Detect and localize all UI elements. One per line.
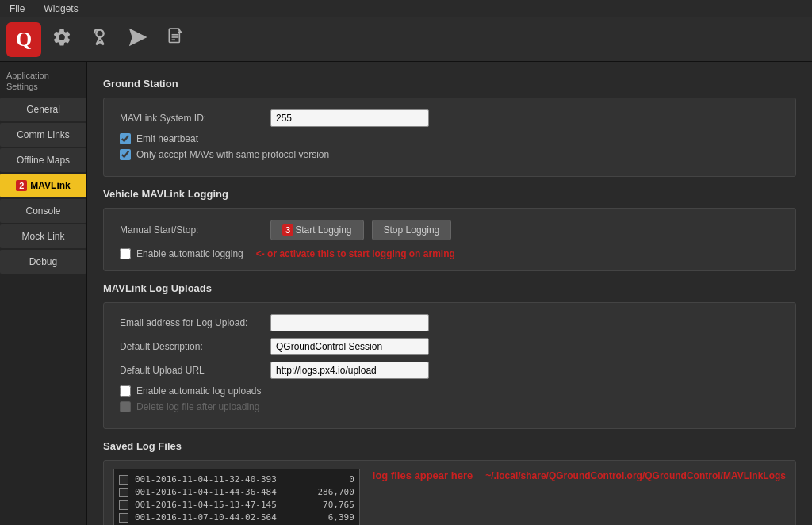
waypoint-button[interactable] bbox=[82, 22, 117, 57]
mavlink-badge: 2 bbox=[16, 180, 27, 191]
start-logging-button[interactable]: 3Start Logging bbox=[270, 220, 364, 240]
email-row: Email address for Log Upload: bbox=[120, 314, 779, 331]
delete-log-label: Delete log file after uploading bbox=[136, 401, 259, 412]
default-desc-row: Default Description: bbox=[120, 338, 779, 355]
sidebar: Application Settings General Comm Links … bbox=[0, 62, 87, 525]
send-button[interactable] bbox=[121, 22, 155, 57]
email-input[interactable] bbox=[270, 314, 429, 331]
manual-start-stop-label: Manual Start/Stop: bbox=[120, 224, 262, 236]
vehicle-mavlink-logging-header: Vehicle MAVLink Logging bbox=[103, 188, 796, 200]
log-files-container: 001-2016-11-04-11-32-40-393 0 001-2016-1… bbox=[113, 469, 786, 525]
sidebar-item-offline-maps[interactable]: Offline Maps bbox=[0, 148, 86, 172]
enable-auto-uploads-checkbox[interactable] bbox=[120, 385, 131, 397]
mavlink-system-id-label: MAVLink System ID: bbox=[120, 113, 262, 124]
log-table-row[interactable]: 001-2016-11-04-11-44-36-484 286,700 bbox=[119, 487, 354, 497]
log-row-size: 6,399 bbox=[307, 512, 354, 523]
enable-auto-uploads-label: Enable automatic log uploads bbox=[136, 385, 261, 397]
log-row-name: 001-2016-11-04-15-13-47-145 bbox=[135, 500, 301, 510]
log-files-table[interactable]: 001-2016-11-04-11-32-40-393 0 001-2016-1… bbox=[113, 469, 360, 525]
default-desc-label: Default Description: bbox=[120, 341, 262, 352]
ground-station-header: Ground Station bbox=[103, 78, 796, 90]
mavlink-system-id-input[interactable] bbox=[270, 109, 429, 127]
sidebar-header: Application Settings bbox=[0, 62, 86, 98]
step-badge: 3 bbox=[282, 224, 293, 236]
gear-icon bbox=[52, 27, 72, 52]
log-row-name: 001-2016-11-04-11-44-36-484 bbox=[135, 487, 301, 497]
app-home-button[interactable]: Q bbox=[6, 22, 41, 57]
log-row-name: 001-2016-11-04-11-32-40-393 bbox=[135, 474, 301, 485]
enable-auto-uploads-row: Enable automatic log uploads bbox=[120, 385, 779, 397]
log-row-checkbox[interactable] bbox=[119, 513, 128, 523]
manual-start-stop-row: Manual Start/Stop: 3Start Logging Stop L… bbox=[120, 220, 779, 240]
toolbar: Q bbox=[0, 17, 812, 62]
stop-logging-button[interactable]: Stop Logging bbox=[372, 220, 452, 240]
send-icon bbox=[128, 27, 148, 52]
logging-hint-text: <- or activate this to start logging on … bbox=[256, 248, 455, 259]
log-table-row[interactable]: 001-2016-11-04-15-13-47-145 70,765 bbox=[119, 500, 354, 510]
app-logo-icon: Q bbox=[16, 28, 32, 52]
log-row-size: 0 bbox=[307, 474, 354, 485]
sidebar-item-general[interactable]: General bbox=[0, 98, 86, 121]
enable-auto-logging-checkbox[interactable] bbox=[120, 248, 131, 259]
emit-heartbeat-label: Emit heartbeat bbox=[136, 133, 198, 144]
only-accept-mavs-label: Only accept MAVs with same protocol vers… bbox=[136, 149, 329, 160]
sidebar-item-comm-links[interactable]: Comm Links bbox=[0, 123, 86, 147]
log-hint-text: log files appear here bbox=[373, 469, 473, 483]
content-area: Ground Station MAVLink System ID: Emit h… bbox=[87, 62, 812, 525]
email-label: Email address for Log Upload: bbox=[120, 317, 262, 328]
menu-widgets[interactable]: Widgets bbox=[40, 2, 81, 16]
emit-heartbeat-checkbox[interactable] bbox=[120, 133, 131, 144]
waypoint-icon bbox=[89, 26, 111, 53]
emit-heartbeat-row: Emit heartbeat bbox=[120, 133, 779, 144]
ground-station-panel: MAVLink System ID: Emit heartbeat Only a… bbox=[103, 98, 796, 177]
default-url-label: Default Upload URL bbox=[120, 365, 262, 376]
default-url-row: Default Upload URL bbox=[120, 362, 779, 379]
log-row-checkbox[interactable] bbox=[119, 500, 128, 510]
vehicle-mavlink-logging-panel: Manual Start/Stop: 3Start Logging Stop L… bbox=[103, 208, 796, 271]
document-icon bbox=[166, 27, 186, 52]
saved-log-files-header: Saved Log Files bbox=[103, 440, 796, 452]
mavlink-system-id-row: MAVLink System ID: bbox=[120, 109, 779, 127]
log-row-checkbox[interactable] bbox=[119, 475, 128, 485]
svg-marker-1 bbox=[130, 29, 146, 45]
mavlink-log-uploads-header: MAVLink Log Uploads bbox=[103, 282, 796, 294]
delete-log-checkbox bbox=[120, 401, 131, 412]
settings-button[interactable] bbox=[44, 22, 79, 57]
default-url-input[interactable] bbox=[270, 362, 429, 379]
log-row-checkbox[interactable] bbox=[119, 488, 128, 497]
sidebar-item-console[interactable]: Console bbox=[0, 199, 86, 223]
enable-auto-logging-row: Enable automatic logging bbox=[120, 248, 243, 259]
only-accept-mavs-row: Only accept MAVs with same protocol vers… bbox=[120, 149, 779, 160]
sidebar-item-debug[interactable]: Debug bbox=[0, 250, 86, 274]
enable-auto-logging-container: Enable automatic logging <- or activate … bbox=[120, 248, 779, 259]
document-button[interactable] bbox=[159, 22, 193, 57]
menu-bar: File Widgets bbox=[0, 0, 812, 17]
log-path-text: ~/.local/share/QGroundControl.org/QGroun… bbox=[485, 469, 786, 483]
delete-log-row: Delete log file after uploading bbox=[120, 401, 779, 412]
only-accept-mavs-checkbox[interactable] bbox=[120, 149, 131, 160]
sidebar-item-mock-link[interactable]: Mock Link bbox=[0, 224, 86, 248]
main-layout: Application Settings General Comm Links … bbox=[0, 62, 812, 525]
mavlink-log-uploads-panel: Email address for Log Upload: Default De… bbox=[103, 302, 796, 429]
log-row-size: 286,700 bbox=[307, 487, 354, 497]
sidebar-item-mavlink[interactable]: 2MAVLink bbox=[0, 174, 86, 197]
enable-auto-logging-label: Enable automatic logging bbox=[136, 248, 243, 259]
log-row-name: 001-2016-11-07-10-44-02-564 bbox=[135, 512, 301, 523]
log-table-row[interactable]: 001-2016-11-07-10-44-02-564 6,399 bbox=[119, 512, 354, 523]
log-row-size: 70,765 bbox=[307, 500, 354, 510]
menu-file[interactable]: File bbox=[6, 2, 28, 16]
default-desc-input[interactable] bbox=[270, 338, 429, 355]
log-table-row[interactable]: 001-2016-11-04-11-32-40-393 0 bbox=[119, 474, 354, 485]
saved-log-files-panel: 001-2016-11-04-11-32-40-393 0 001-2016-1… bbox=[103, 460, 796, 525]
